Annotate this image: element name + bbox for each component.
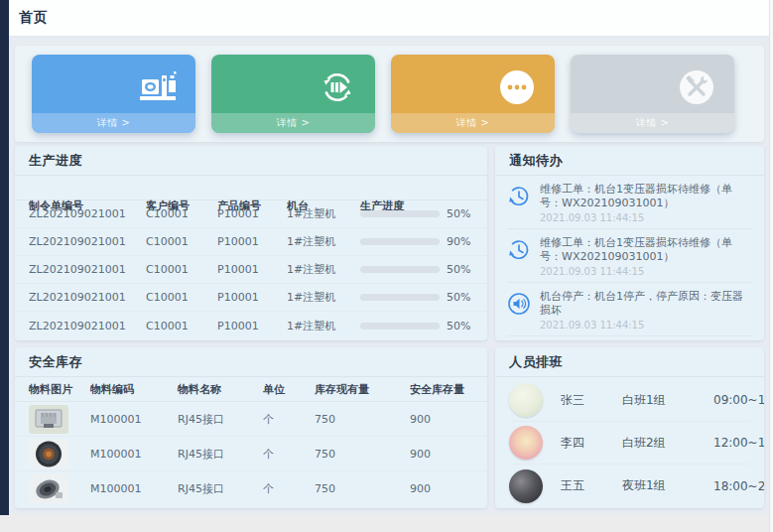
schedule-row[interactable]: 李四 白班2组 12:00~16:00 bbox=[509, 422, 750, 465]
current-stock: 750 bbox=[315, 482, 410, 495]
card-fault-detail-link[interactable]: 详情 > bbox=[571, 113, 734, 133]
order-no: ZL202109021001 bbox=[29, 263, 146, 276]
unit: 个 bbox=[263, 447, 315, 462]
notification-text: 机台停产：机台1停产，停产原因：变压器损坏 bbox=[540, 290, 752, 318]
machine-name: 1#注塑机 bbox=[287, 206, 360, 221]
card-total-machines[interactable]: 26 总机台数量 bbox=[32, 55, 195, 133]
safety-stock-panel: 安全库存 物料图片 物料编码 物料名称 单位 库存现有量 安全库存量 bbox=[15, 347, 487, 508]
machine-name: 1#注塑机 bbox=[287, 262, 360, 277]
tab-home[interactable]: 首页 bbox=[19, 9, 48, 27]
production-row[interactable]: ZL202109021001 C10001 P10001 1#注塑机 50% 2… bbox=[15, 284, 487, 312]
avatar bbox=[509, 469, 543, 503]
order-no: ZL202109021001 bbox=[29, 235, 146, 248]
col-material-code: 物料编码 bbox=[90, 382, 178, 397]
card-pending[interactable]: 5 待产 详情 > bbox=[391, 55, 555, 133]
inventory-row[interactable]: M100001 RJ45接口 个 750 900 bbox=[15, 402, 487, 437]
order-no: ZL202109021001 bbox=[29, 291, 146, 304]
stat-cards-panel: 26 总机台数量 bbox=[15, 46, 764, 142]
material-name: RJ45接口 bbox=[178, 412, 263, 427]
notification-time: 2021.09.03 11:44:15 bbox=[540, 320, 752, 331]
progress-bar: 50% bbox=[360, 207, 487, 220]
order-no: ZL202109021001 bbox=[29, 207, 146, 220]
product-no: P10001 bbox=[217, 235, 287, 248]
notification-text: 维修工单：机台1变压器损坏待维修（单号：WX202109031001） bbox=[540, 236, 752, 264]
personnel-schedule-title: 人员排班 bbox=[495, 347, 764, 377]
card-fault[interactable]: 1 故障 bbox=[571, 55, 734, 133]
safety-stock: 900 bbox=[410, 482, 473, 495]
order-no: ZL202109021001 bbox=[29, 320, 146, 332]
personnel-schedule-panel: 人员排班 张三 白班1组 09:00~12:00 李四 白班2组 12:00~1… bbox=[495, 347, 764, 508]
progress-bar: 50% bbox=[360, 320, 487, 332]
shift-time: 09:00~12:00 bbox=[713, 393, 764, 407]
production-row[interactable]: ZL202109021001 C10001 P10001 1#注塑机 50% 2… bbox=[15, 312, 487, 339]
material-name: RJ45接口 bbox=[178, 447, 263, 462]
current-stock: 750 bbox=[315, 413, 410, 426]
shift-group: 夜班1组 bbox=[622, 477, 713, 494]
customer-no: C10001 bbox=[146, 291, 217, 304]
notification-item[interactable]: 机台停产：机台1停产，停产原因：变压器损坏 2021.09.03 11:44:1… bbox=[507, 283, 752, 336]
shift-time: 18:00~24:00 bbox=[713, 479, 764, 493]
card-running-detail-link[interactable]: 详情 > bbox=[211, 113, 375, 133]
window-edge bbox=[769, 0, 773, 532]
customer-no: C10001 bbox=[146, 263, 217, 276]
inventory-row[interactable]: M100001 RJ45接口 个 750 900 bbox=[15, 471, 487, 506]
production-progress-title: 生产进度 bbox=[15, 146, 487, 176]
notification-item[interactable]: 维修工单：机台1变压器损坏待维修（单号：WX202109031001） 2021… bbox=[507, 176, 752, 229]
inventory-row[interactable]: M100001 RJ45接口 个 750 900 bbox=[15, 437, 487, 471]
col-unit: 单位 bbox=[263, 382, 315, 397]
worker-name: 李四 bbox=[561, 435, 622, 452]
machine-name: 1#注塑机 bbox=[287, 290, 360, 305]
progress-bar: 50% bbox=[360, 291, 487, 304]
notification-item[interactable]: 计划暂停：机台1生产计划已暂停 2021.09.03 11:44:15 bbox=[507, 336, 752, 340]
shift-time: 12:00~16:00 bbox=[713, 436, 764, 450]
card-pending-detail-link[interactable]: 详情 > bbox=[391, 113, 555, 133]
production-row[interactable]: ZL202109021001 C10001 P10001 1#注塑机 90% 2… bbox=[15, 228, 487, 256]
unit: 个 bbox=[263, 481, 315, 496]
dashboard-window: 首页 26 总机台数量 bbox=[0, 0, 769, 515]
dashboard-content: 26 总机台数量 bbox=[9, 38, 769, 515]
production-row[interactable]: ZL202109021001 C10001 P10001 1#注塑机 50% 2… bbox=[15, 256, 487, 284]
product-no: P10001 bbox=[217, 291, 287, 304]
customer-no: C10001 bbox=[146, 235, 217, 248]
material-code: M100001 bbox=[90, 448, 178, 461]
notification-time: 2021.09.03 11:44:15 bbox=[540, 212, 752, 223]
safety-stock-title: 安全库存 bbox=[15, 347, 487, 377]
col-material-image: 物料图片 bbox=[29, 382, 90, 397]
customer-no: C10001 bbox=[146, 207, 217, 220]
col-material-name: 物料名称 bbox=[178, 382, 263, 397]
production-progress-panel: 生产进度 制令单编号 客户编号 产品编号 机台 生产进度 交货日期 ZL2021… bbox=[15, 146, 487, 340]
customer-no: C10001 bbox=[146, 320, 217, 332]
clock-icon bbox=[507, 238, 531, 262]
production-table-header: 制令单编号 客户编号 产品编号 机台 生产进度 交货日期 bbox=[15, 176, 487, 200]
unit: 个 bbox=[263, 412, 315, 427]
card-total-machines-detail-link[interactable]: 详情 > bbox=[32, 113, 195, 133]
round-speaker-image bbox=[29, 440, 68, 468]
product-no: P10001 bbox=[217, 263, 287, 276]
worker-name: 张三 bbox=[561, 392, 622, 409]
sidebar-strip bbox=[0, 0, 9, 515]
progress-bar: 50% bbox=[360, 263, 487, 276]
shift-group: 白班1组 bbox=[622, 392, 713, 409]
machine-name: 1#注塑机 bbox=[287, 319, 360, 333]
safety-stock: 900 bbox=[410, 413, 473, 426]
speaker-icon bbox=[507, 292, 531, 316]
product-no: P10001 bbox=[217, 320, 287, 332]
schedule-row[interactable]: 王五 夜班1组 18:00~24:00 bbox=[509, 465, 750, 507]
col-current-stock: 库存现有量 bbox=[315, 382, 410, 397]
notification-time: 2021.09.03 11:44:15 bbox=[540, 266, 752, 277]
card-running[interactable]: 20 运行中 bbox=[211, 55, 375, 133]
safety-stock: 900 bbox=[410, 448, 473, 461]
ellipsis-icon bbox=[497, 67, 539, 105]
notifications-title: 通知待办 bbox=[495, 146, 764, 176]
avatar bbox=[509, 383, 543, 417]
material-code: M100001 bbox=[90, 413, 178, 426]
speaker-driver-image bbox=[29, 474, 68, 503]
schedule-row[interactable]: 张三 白班1组 09:00~12:00 bbox=[509, 379, 750, 422]
rj45-connector-image bbox=[29, 405, 68, 434]
tab-bar: 首页 bbox=[9, 0, 769, 37]
avatar bbox=[509, 426, 543, 460]
notification-item[interactable]: 维修工单：机台1变压器损坏待维修（单号：WX202109031001） 2021… bbox=[507, 229, 752, 283]
machine-name: 1#注塑机 bbox=[287, 234, 360, 249]
worker-name: 王五 bbox=[561, 477, 622, 494]
clock-icon bbox=[507, 185, 531, 208]
